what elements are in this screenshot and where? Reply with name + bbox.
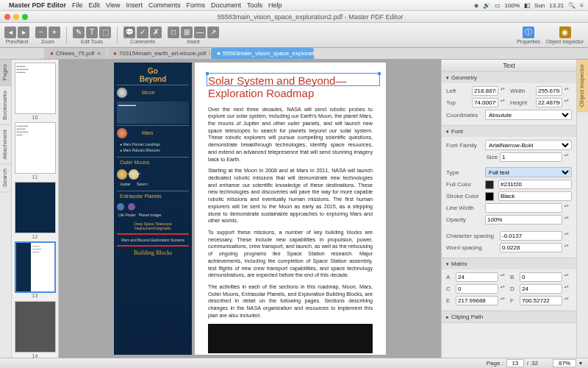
- stepper-icon[interactable]: ▴▾: [501, 272, 508, 282]
- matrix-a-input[interactable]: [456, 272, 498, 282]
- menu-view[interactable]: View: [106, 1, 120, 9]
- stepper-icon[interactable]: ▴▾: [564, 243, 572, 252]
- wifi-icon[interactable]: ◈: [474, 2, 478, 9]
- close-icon[interactable]: ×: [97, 50, 101, 57]
- fullcolor-input[interactable]: [498, 180, 572, 189]
- matrix-c-input[interactable]: [456, 284, 498, 294]
- geometry-top-input[interactable]: [472, 98, 498, 107]
- tab-doc-3[interactable]: ●55583main_vision_space_exploration2.pdf…: [211, 48, 314, 59]
- close-icon[interactable]: ×: [209, 50, 210, 57]
- wordspacing-input[interactable]: [500, 243, 562, 252]
- font-size-input[interactable]: [500, 152, 562, 162]
- document-tabbar: ●CNews_75.pdf× ●703154main_earth_art-ebo…: [0, 48, 588, 60]
- menu-insert[interactable]: Insert: [126, 1, 143, 9]
- menu-edit[interactable]: Edit: [89, 1, 101, 9]
- battery-pct: 100%: [505, 2, 520, 9]
- thumb-13[interactable]: ▬▬▬▬▬▬▬▬▬▬13: [15, 241, 56, 293]
- linewidth-input[interactable]: [485, 203, 562, 213]
- zoom-input[interactable]: [553, 359, 576, 367]
- matrix-e-input[interactable]: [456, 296, 498, 305]
- menu-document[interactable]: Document: [211, 1, 241, 9]
- volume-icon[interactable]: 🔊: [483, 2, 490, 9]
- menu-tools[interactable]: Tools: [247, 1, 262, 9]
- insert-buttons[interactable]: □⊞—↗ Insert: [168, 26, 219, 44]
- object-inspector-button[interactable]: ◉ Object Inspector: [546, 26, 584, 44]
- notif-icon[interactable]: ≡: [580, 2, 584, 9]
- page-number-input[interactable]: [506, 359, 524, 367]
- font-type-select[interactable]: Full text: [485, 167, 572, 177]
- macos-menubar: Master PDF Editor File Edit View Insert …: [0, 0, 588, 11]
- charspacing-input[interactable]: [500, 231, 562, 241]
- minimize-window-button[interactable]: [13, 14, 19, 20]
- vtab-bookmarks[interactable]: Bookmarks: [0, 86, 11, 125]
- close-window-button[interactable]: [4, 14, 10, 20]
- stepper-icon[interactable]: ▴▾: [564, 152, 572, 162]
- page-heading[interactable]: Solar System and Beyond—Exploration Road…: [208, 74, 373, 100]
- spotlight-icon[interactable]: 🔍: [568, 2, 576, 9]
- matrix-d-input[interactable]: [520, 284, 562, 294]
- vtab-attachment[interactable]: Attachment: [0, 125, 11, 164]
- matrix-f-input[interactable]: [520, 296, 562, 305]
- prev-next-buttons[interactable]: ◂▸ Prev/Next: [4, 26, 29, 44]
- thumb-11[interactable]: ▬▬▬▬▬▬▬▬▬▬▬▬▬11: [15, 122, 56, 174]
- fullcolor-swatch[interactable]: [485, 180, 494, 189]
- paragraph-3[interactable]: To support these missions, a number of k…: [208, 229, 373, 279]
- stepper-icon[interactable]: ▴▾: [501, 284, 508, 294]
- opacity-input[interactable]: [485, 215, 562, 224]
- flag-icon[interactable]: ▭: [495, 2, 501, 9]
- stepper-icon[interactable]: ▴▾: [564, 231, 572, 241]
- stepper-icon[interactable]: ▴▾: [564, 215, 572, 224]
- stepper-icon[interactable]: ▴▾: [564, 98, 572, 107]
- vtab-pages[interactable]: Pages: [0, 60, 11, 86]
- properties-button[interactable]: ⓘ Properties: [517, 26, 540, 44]
- tab-doc-2[interactable]: ●703154main_earth_art-ebook.pdf×: [107, 48, 210, 59]
- thumb-10[interactable]: ▬▬▬▬▬▬▬▬▬▬10: [15, 63, 56, 114]
- zoom-buttons[interactable]: −+ Zoom: [35, 26, 60, 44]
- stepper-icon[interactable]: ▴▾: [501, 86, 508, 96]
- menu-comments[interactable]: Comments: [148, 1, 181, 9]
- thumb-14[interactable]: 14: [15, 301, 56, 353]
- maximize-window-button[interactable]: [22, 14, 28, 20]
- paragraph-2[interactable]: Starting at the Moon in 2008 and at Mars…: [208, 167, 373, 224]
- page-label: Page :: [487, 360, 503, 367]
- section-matrix-header[interactable]: Matrix: [442, 258, 576, 269]
- stepper-icon[interactable]: ▴▾: [501, 296, 508, 305]
- battery-icon[interactable]: ▮▯: [524, 2, 530, 9]
- page-total: 32: [531, 360, 538, 367]
- vtab-object-inspector[interactable]: Object Inspector: [577, 60, 588, 112]
- font-family-select[interactable]: ArialNarrow-Bold: [485, 140, 572, 150]
- section-font-header[interactable]: Font: [442, 126, 576, 137]
- section-geometry-header[interactable]: Geometry: [442, 72, 576, 83]
- document-viewer[interactable]: GoBeyond Moon ▬▬▬▬▬▬ Mars ● Mars Human L…: [59, 60, 441, 358]
- section-clipping-header[interactable]: Cliping Path: [442, 311, 576, 322]
- stepper-icon[interactable]: ▴▾: [564, 284, 572, 294]
- stepper-icon[interactable]: ▴▾: [564, 86, 572, 96]
- stepper-icon[interactable]: ▴▾: [564, 203, 572, 213]
- tab-doc-1[interactable]: ●CNews_75.pdf×: [44, 48, 107, 59]
- stepper-icon[interactable]: ▴▾: [564, 296, 572, 305]
- menu-help[interactable]: Help: [268, 1, 282, 9]
- paragraph-4[interactable]: The activities in each of the sections i…: [208, 283, 373, 319]
- text-selection-box[interactable]: [207, 73, 380, 86]
- geometry-width-input[interactable]: [536, 86, 562, 96]
- page-13[interactable]: Solar System and Beyond—Exploration Road…: [195, 63, 386, 355]
- comments-buttons[interactable]: 💬✓✗ Comments: [123, 26, 162, 44]
- geometry-left-input[interactable]: [472, 86, 498, 96]
- matrix-b-input[interactable]: [520, 272, 562, 282]
- vtab-search[interactable]: Search: [0, 164, 11, 192]
- menu-file[interactable]: File: [72, 1, 83, 9]
- coordinates-select[interactable]: Absolute: [485, 110, 572, 120]
- menu-forms[interactable]: Forms: [186, 1, 205, 9]
- paragraph-1[interactable]: Over the next three decades, NASA will s…: [208, 106, 373, 163]
- strokecolor-input[interactable]: [498, 191, 572, 201]
- menu-app[interactable]: Master PDF Editor: [9, 1, 66, 9]
- zoom-dropdown-icon[interactable]: ▾: [579, 360, 582, 367]
- thumb-12[interactable]: 12: [15, 182, 56, 233]
- stepper-icon[interactable]: ▴▾: [564, 272, 572, 282]
- stepper-icon[interactable]: ▴▾: [501, 98, 508, 107]
- strokecolor-swatch[interactable]: [485, 192, 494, 201]
- right-panel-tabs: Object Inspector: [576, 60, 588, 358]
- edit-tools-buttons[interactable]: ✎T⬚ Edit Tools: [73, 26, 111, 44]
- geometry-height-input[interactable]: [536, 98, 562, 107]
- main-toolbar: ◂▸ Prev/Next −+ Zoom ✎T⬚ Edit Tools 💬✓✗ …: [0, 23, 588, 48]
